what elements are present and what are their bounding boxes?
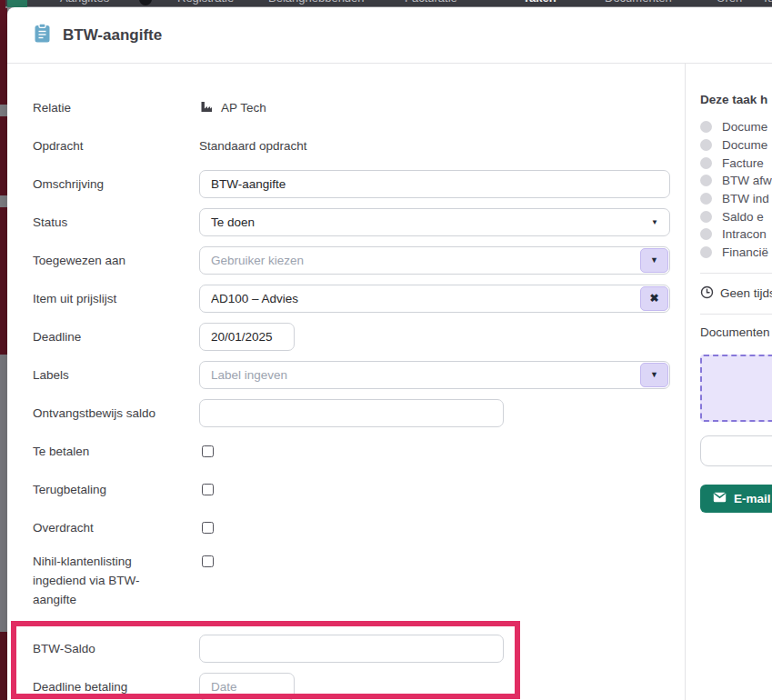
list-item[interactable]: BTW ind — [700, 190, 772, 208]
sidebar-heading: Deze taak h — [700, 93, 772, 106]
overdracht-checkbox[interactable] — [202, 522, 214, 534]
list-item[interactable]: Financië — [700, 244, 772, 262]
form-row-te-betalen: Te betalen — [33, 437, 685, 465]
status-dot — [700, 246, 712, 258]
clock-icon — [700, 285, 714, 302]
opdracht-value: Standaard opdracht — [199, 139, 307, 153]
left-sidebar-rail — [0, 0, 7, 700]
chevron-down-icon: ▼ — [650, 370, 658, 379]
field-label: Terugbetaling — [33, 480, 199, 499]
nav-item[interactable]: Uren — [717, 0, 742, 5]
subtask-label: Intracon — [722, 227, 767, 241]
send-email-label: E-mail v — [734, 492, 772, 505]
app-logo[interactable] — [7, 0, 27, 7]
field-label: Opdracht — [33, 136, 199, 155]
field-label: Labels — [33, 365, 199, 385]
field-label: Toegewezen aan — [33, 251, 199, 270]
list-item[interactable]: Docume — [700, 136, 772, 155]
nav-item-taken[interactable]: Taken — [523, 0, 556, 5]
deadline-input[interactable] — [199, 323, 295, 351]
subtask-label: Financië — [722, 245, 768, 259]
status-dot — [700, 157, 712, 169]
form-row-opdracht: Opdracht Standaard opdracht — [33, 132, 685, 159]
nav-item[interactable]: Belanghebbenden — [268, 0, 365, 5]
toegewezen-input[interactable] — [199, 246, 670, 275]
field-label: Overdracht — [33, 518, 199, 537]
field-label: Ontvangstbewijs saldo — [33, 404, 199, 423]
form-row-prijslijst: Item uit prijslijst ✖ — [33, 285, 685, 312]
toegewezen-dropdown-button[interactable]: ▼ — [640, 248, 668, 273]
btw-saldo-input[interactable] — [199, 635, 504, 663]
list-item[interactable]: Docume — [700, 118, 772, 136]
send-email-button[interactable]: E-mail v — [700, 485, 772, 513]
document-input[interactable] — [700, 435, 772, 466]
deadline-betaling-input[interactable] — [199, 673, 295, 700]
status-value: Te doen — [211, 215, 255, 229]
list-item[interactable]: Intracon — [700, 225, 772, 244]
form-row-btw-saldo: BTW-Saldo — [33, 635, 685, 662]
prijslijst-clear-button[interactable]: ✖ — [640, 286, 668, 311]
list-item[interactable]: Facture — [700, 154, 772, 172]
labels-input[interactable] — [199, 361, 670, 389]
divider — [700, 314, 772, 315]
ontvangstbewijs-input[interactable] — [199, 399, 504, 427]
labels-dropdown-button[interactable]: ▼ — [640, 363, 668, 387]
document-dropzone[interactable] — [700, 355, 772, 422]
subtask-label: Docume — [722, 120, 767, 134]
form-row-ontvangstbewijs: Ontvangstbewijs saldo — [33, 399, 685, 426]
field-label: Deadline — [33, 327, 199, 346]
status-dot — [700, 139, 712, 151]
clipboard-icon — [33, 23, 52, 47]
form-row-terugbetaling: Terugbetaling — [33, 475, 685, 503]
form-row-deadline: Deadline — [33, 323, 685, 350]
form-row-labels: Labels ▼ — [33, 361, 685, 388]
nav-item[interactable]: Tak — [762, 0, 772, 5]
subtask-label: BTW afw — [722, 174, 772, 187]
modal-title: BTW-aangifte — [63, 26, 162, 45]
form-row-relatie: Relatie AP Tech — [33, 94, 685, 121]
prijslijst-input[interactable] — [199, 285, 670, 313]
subtask-label: Docume — [722, 138, 767, 152]
list-item[interactable]: BTW afw — [700, 172, 772, 190]
chevron-down-icon: ▼ — [651, 218, 658, 226]
subtask-label: Facture — [722, 156, 764, 170]
status-dot — [700, 228, 712, 240]
form-row-omschrijving: Omschrijving — [33, 170, 685, 197]
nihil-checkbox[interactable] — [202, 555, 214, 567]
modal-header: BTW-aangifte — [7, 7, 772, 64]
field-label: Nihil-klantenlisting ingediend via BTW-a… — [33, 552, 199, 609]
field-label: Item uit prijslijst — [33, 289, 199, 308]
nav-item[interactable]: Facturatie — [405, 0, 457, 5]
nav-item[interactable]: Registratie — [177, 0, 234, 5]
subtask-label: Saldo e — [722, 210, 764, 224]
close-icon: ✖ — [649, 292, 658, 305]
status-dot — [700, 211, 712, 223]
task-modal: BTW-aangifte Relatie AP Tech Opdracht St… — [7, 7, 772, 700]
form-row-status: Status Te doen ▼ — [33, 208, 685, 235]
relatie-value[interactable]: AP Tech — [221, 101, 266, 115]
nav-item[interactable]: Documenten — [605, 0, 672, 5]
subtask-list: Docume Docume Facture BTW afw BTW ind Sa… — [700, 118, 772, 262]
time-note-label: Geen tijds — [720, 286, 772, 300]
factory-icon — [199, 99, 214, 116]
list-item[interactable]: Saldo e — [700, 207, 772, 225]
user-avatar[interactable] — [139, 0, 152, 5]
status-select[interactable]: Te doen — [199, 208, 670, 236]
status-dot — [700, 121, 712, 133]
field-label: Te betalen — [33, 442, 199, 461]
nav-item[interactable]: Aangiftes — [60, 0, 109, 5]
field-label: Omschrijving — [33, 175, 199, 194]
top-navbar: Aangiftes Registratie Belanghebbenden Fa… — [0, 0, 772, 6]
field-label: Relatie — [33, 98, 199, 117]
envelope-icon — [713, 492, 727, 505]
field-label: Status — [33, 213, 199, 232]
terugbetaling-checkbox[interactable] — [202, 484, 214, 495]
status-dot — [700, 175, 712, 186]
rail-corner — [0, 0, 5, 8]
omschrijving-input[interactable] — [199, 170, 670, 198]
te-betalen-checkbox[interactable] — [202, 445, 214, 457]
field-label: BTW-Saldo — [33, 639, 199, 658]
task-sidebar: Deze taak h Docume Docume Facture BTW af… — [685, 64, 772, 700]
time-registration-note: Geen tijds — [700, 285, 772, 303]
documents-heading: Documenten — [700, 325, 772, 339]
